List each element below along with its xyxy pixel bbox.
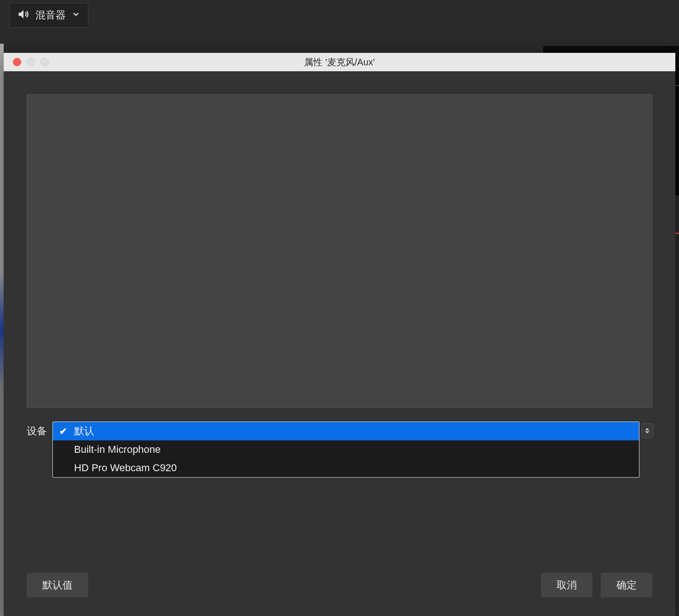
- mixer-dropdown[interactable]: 混音器: [9, 3, 88, 28]
- dropdown-item-label: Built-in Microphone: [74, 444, 161, 455]
- speaker-icon: [17, 8, 30, 23]
- close-icon[interactable]: [13, 58, 21, 66]
- ok-button[interactable]: 确定: [601, 573, 652, 598]
- mixer-label: 混音器: [35, 8, 66, 22]
- device-label: 设备: [27, 422, 52, 438]
- properties-dialog: 属性 '麦克风/Aux' 设备 ✔ 默认 Built-in Microphone: [4, 53, 675, 616]
- dialog-footer: 默认值 取消 确定: [4, 573, 675, 616]
- top-toolbar: 混音器: [0, 0, 679, 44]
- minimize-icon[interactable]: [27, 58, 35, 66]
- defaults-button[interactable]: 默认值: [27, 573, 88, 598]
- device-row: 设备 ✔ 默认 Built-in Microphone HD Pro Webca…: [27, 422, 652, 438]
- svg-marker-0: [19, 10, 24, 19]
- cancel-button[interactable]: 取消: [541, 573, 593, 598]
- preview-area: [27, 94, 652, 408]
- dropdown-item-hd-webcam[interactable]: HD Pro Webcam C920: [53, 459, 639, 477]
- dropdown-item-builtin-mic[interactable]: Built-in Microphone: [53, 440, 639, 459]
- dropdown-item-label: 默认: [74, 425, 94, 437]
- dropdown-item-default[interactable]: ✔ 默认: [53, 422, 639, 440]
- select-stepper-icon[interactable]: [641, 423, 653, 438]
- dialog-title: 属性 '麦克风/Aux': [4, 56, 675, 68]
- dialog-body: 设备 ✔ 默认 Built-in Microphone HD Pro Webca…: [4, 71, 675, 573]
- editor-bg-stripe: [0, 44, 4, 616]
- checkmark-icon: ✔: [59, 424, 67, 438]
- dropdown-item-label: HD Pro Webcam C920: [74, 462, 177, 473]
- maximize-icon[interactable]: [40, 58, 49, 66]
- chevron-down-icon: [71, 10, 81, 21]
- device-dropdown-menu: ✔ 默认 Built-in Microphone HD Pro Webcam C…: [52, 422, 639, 478]
- titlebar[interactable]: 属性 '麦克风/Aux': [4, 53, 675, 71]
- traffic-lights: [4, 58, 49, 66]
